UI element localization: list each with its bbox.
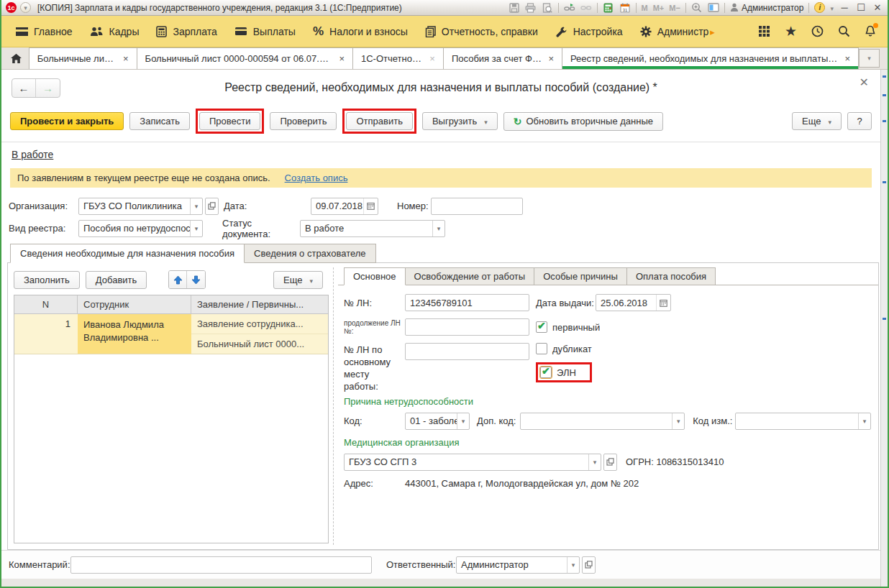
close-window-button[interactable]: ✕ xyxy=(872,2,883,13)
search-icon[interactable] xyxy=(838,25,850,37)
menu-item-administrirovanie[interactable]: Администр xyxy=(632,16,724,47)
application-doc-cell[interactable]: Заявление сотрудника... xyxy=(191,314,328,334)
code-combobox[interactable]: 01 - заболева xyxy=(405,413,470,430)
close-form-icon[interactable]: ✕ xyxy=(860,75,869,89)
split-view-icon[interactable] xyxy=(708,2,719,14)
move-up-button[interactable] xyxy=(169,271,187,288)
close-tab-icon[interactable]: × xyxy=(548,53,554,64)
memory-minus-button[interactable]: M− xyxy=(669,4,680,12)
combo-caret-icon[interactable] xyxy=(190,221,202,236)
primary-checkbox-row[interactable]: первичный xyxy=(536,321,600,333)
post-and-close-button[interactable]: Провести и закрыть xyxy=(10,112,124,130)
doc-status-combobox[interactable]: В работе xyxy=(300,220,445,237)
home-tab[interactable] xyxy=(4,47,29,69)
close-tab-icon[interactable]: × xyxy=(123,53,129,64)
notifications-bell-icon[interactable] xyxy=(865,25,876,37)
eln-checkbox[interactable] xyxy=(540,367,552,378)
issue-date-input[interactable]: 25.06.2018 xyxy=(596,294,671,311)
add-button[interactable]: Добавить xyxy=(86,271,147,289)
all-functions-icon[interactable] xyxy=(758,25,770,37)
close-tab-icon[interactable]: × xyxy=(429,53,435,64)
refresh-secondary-data-button[interactable]: Обновить вторичные данные xyxy=(503,112,663,131)
ln-input[interactable] xyxy=(405,294,529,311)
minimize-button[interactable]: ─ xyxy=(839,2,850,13)
calendar-icon[interactable]: 31 xyxy=(619,2,631,14)
combo-caret-icon[interactable] xyxy=(672,413,684,429)
create-inventory-link[interactable]: Создать опись xyxy=(285,173,348,183)
info-icon[interactable]: i xyxy=(814,2,825,13)
status-link[interactable]: В работе xyxy=(12,149,53,160)
org-combobox[interactable]: ГБУЗ СО Поликлиника xyxy=(78,198,203,215)
table-more-button[interactable]: Еще xyxy=(273,271,323,289)
row-number-cell[interactable]: 1 xyxy=(14,314,78,354)
tab-osvobozhdenie[interactable]: Освобождение от работы xyxy=(405,267,535,285)
close-tab-icon[interactable]: × xyxy=(844,53,850,64)
col-header-n[interactable]: N xyxy=(14,295,78,313)
tab-reestr-svedeniy-active[interactable]: Реестр сведений, необходимых для назначе… xyxy=(562,47,859,69)
send-button[interactable]: Отправить xyxy=(346,112,412,130)
tab-posobiya-fss[interactable]: Пособия за счет ФСС × xyxy=(443,47,562,69)
more-button[interactable]: Еще xyxy=(792,112,842,130)
table-empty-area[interactable] xyxy=(14,354,328,543)
memory-button[interactable]: M xyxy=(642,4,648,12)
add-link-icon[interactable] xyxy=(564,2,575,14)
modcode-combobox[interactable] xyxy=(735,413,871,430)
move-down-button[interactable] xyxy=(187,271,205,288)
panel-splitter[interactable] xyxy=(333,267,338,545)
duplicate-checkbox[interactable] xyxy=(536,343,547,354)
calendar-picker-icon[interactable] xyxy=(656,295,670,311)
menu-item-nalogi[interactable]: % Налоги и взносы xyxy=(304,16,416,47)
org-open-button[interactable] xyxy=(205,198,219,215)
export-button[interactable]: Выгрузить xyxy=(422,112,498,130)
calendar-picker-icon[interactable] xyxy=(363,198,378,214)
col-header-application[interactable]: Заявление / Первичны... xyxy=(191,295,328,313)
calculator-icon[interactable] xyxy=(603,2,614,14)
medical-org-combobox[interactable]: ГБУЗ СО СГП 3 xyxy=(344,454,601,471)
continuation-ln-input[interactable] xyxy=(405,318,529,336)
memory-plus-button[interactable]: M+ xyxy=(653,4,665,12)
employee-cell-selected[interactable]: Иванова Людмила Владимировна ... xyxy=(78,314,191,354)
medical-org-open-button[interactable] xyxy=(603,454,617,471)
help-button[interactable]: ? xyxy=(847,112,872,130)
addcode-combobox[interactable] xyxy=(520,413,685,430)
link-icon[interactable] xyxy=(580,2,592,14)
history-icon[interactable] xyxy=(811,25,824,37)
tab-1c-otchetnost[interactable]: 1С-Отчетность × xyxy=(352,47,444,69)
tab-oplata-posobiya[interactable]: Оплата пособия xyxy=(626,267,716,285)
favorites-icon[interactable]: ★ xyxy=(785,25,797,37)
sick-list-doc-cell[interactable]: Больничный лист 0000... xyxy=(191,334,328,354)
tab-svedeniya-naznachenie[interactable]: Сведения необходимые для назначения посо… xyxy=(10,244,245,263)
combo-caret-icon[interactable] xyxy=(457,413,469,429)
combo-caret-icon[interactable] xyxy=(588,454,601,470)
fill-button[interactable]: Заполнить xyxy=(14,271,80,289)
responsible-open-button[interactable] xyxy=(582,556,596,574)
responsible-combobox[interactable]: Администратор xyxy=(456,556,580,574)
comment-input[interactable] xyxy=(70,556,372,574)
close-tab-icon[interactable]: × xyxy=(339,53,345,64)
table-row[interactable]: 1 Иванова Людмила Владимировна ... Заявл… xyxy=(14,314,328,354)
combo-caret-icon[interactable] xyxy=(190,198,202,214)
menu-item-kadry[interactable]: Кадры xyxy=(81,16,148,47)
current-user[interactable]: Администратор xyxy=(730,3,804,13)
tab-overflow-button[interactable] xyxy=(859,49,880,68)
date-input[interactable]: 09.07.2018 xyxy=(311,198,378,215)
menu-item-main[interactable]: Главное xyxy=(7,16,81,47)
tab-osnovnoe[interactable]: Основное xyxy=(344,267,406,285)
main-ln-input[interactable] xyxy=(405,343,529,360)
tab-bolnichny-list[interactable]: Больничный лист 0000-000594 от 06.07.201… xyxy=(137,47,353,69)
combo-caret-icon[interactable] xyxy=(858,413,870,429)
maximize-button[interactable]: ☐ xyxy=(855,2,867,13)
duplicate-checkbox-row[interactable]: дубликат xyxy=(536,343,592,354)
print-preview-icon[interactable] xyxy=(542,2,553,14)
eln-checkbox-row[interactable]: ЭЛН xyxy=(540,367,576,378)
tab-osobye-prichiny[interactable]: Особые причины xyxy=(534,267,627,285)
forward-button[interactable]: → xyxy=(36,79,60,97)
check-button[interactable]: Проверить xyxy=(270,112,337,130)
primary-checkbox[interactable] xyxy=(536,321,547,333)
menu-item-nastroyka[interactable]: Настройка xyxy=(547,16,632,47)
post-button[interactable]: Провести xyxy=(199,112,261,130)
menu-item-zarplata[interactable]: Зарплата xyxy=(147,16,225,47)
number-input[interactable] xyxy=(431,198,523,215)
tab-svedeniya-strahovatel[interactable]: Сведения о страхователе xyxy=(244,244,375,263)
combo-caret-icon[interactable] xyxy=(567,557,579,573)
